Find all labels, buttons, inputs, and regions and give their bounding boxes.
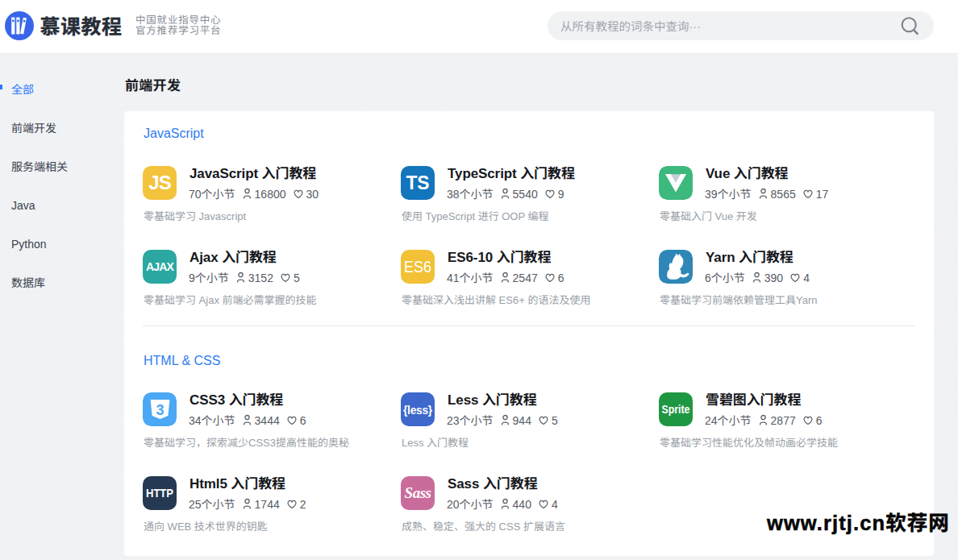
svg-text:3: 3 <box>156 402 164 418</box>
